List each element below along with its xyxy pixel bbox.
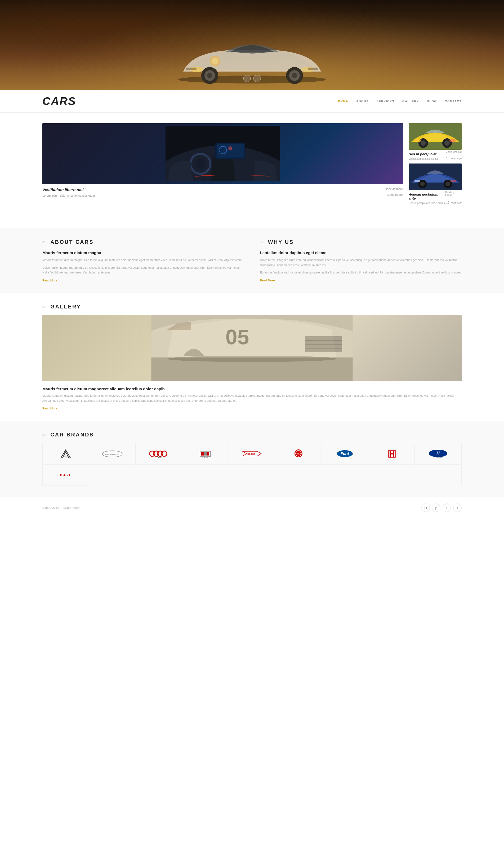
svg-rect-17 <box>217 144 244 157</box>
about-subtitle: Mauris fermeum dictum magna <box>42 250 244 255</box>
brand-audi[interactable]: Audi <box>136 443 182 464</box>
featured-section: Vestibulum libero nisl Hank Johnson Lore… <box>0 112 504 228</box>
brands-section: 03 CAR BRANDS ASTON MARTIN Audi <box>0 421 504 497</box>
side-card-2-caption: Aenean necbulum ante Bradley Grosh Sed u… <box>409 191 462 205</box>
audi-logo: Audi <box>148 449 169 458</box>
brand-cadillac[interactable]: Cadillac <box>182 443 229 464</box>
side-card-1-time: 13 hours ago <box>446 157 462 160</box>
svg-text:ASTON MARTIN: ASTON MARTIN <box>105 453 120 455</box>
nav-home[interactable]: HOME <box>338 99 348 103</box>
featured-main-caption: Vestibulum libero nisl Hank Johnson Lore… <box>42 187 403 197</box>
brand-fiat[interactable]: FIAT <box>275 443 322 464</box>
svg-point-15 <box>196 159 205 169</box>
social-pinterest[interactable]: p <box>432 504 440 512</box>
why-us-num: 02 <box>260 241 265 244</box>
svg-point-19 <box>228 146 232 150</box>
svg-text:Audi: Audi <box>157 456 161 458</box>
hero-prev-button[interactable]: ‹ <box>244 75 251 82</box>
hero-banner: ‹ › <box>0 0 504 90</box>
side-card-1-image[interactable] <box>409 123 462 150</box>
yellow-car-svg <box>409 123 462 150</box>
car-interior-svg <box>60 126 385 181</box>
featured-grid: Vestibulum libero nisl Hank Johnson Lore… <box>42 123 462 205</box>
gallery-read-more[interactable]: Read More <box>42 407 57 410</box>
brand-ford[interactable]: Ford <box>322 443 368 464</box>
site-logo: CARS <box>42 95 76 108</box>
why-us-read-more[interactable]: Read More <box>260 279 275 282</box>
nav-about[interactable]: ABOUT <box>356 100 369 103</box>
svg-point-28 <box>415 139 421 142</box>
featured-main-post: Vestibulum libero nisl Hank Johnson Lore… <box>42 123 403 205</box>
main-navigation: HOME ABOUT SERVICES GALLERY BLOG CONTACT <box>338 99 462 103</box>
social-facebook[interactable]: f <box>453 504 462 512</box>
social-twitter[interactable]: t <box>443 504 451 512</box>
side-card-2-desc: Sed ut perspiciatis unde omnis <box>409 202 445 205</box>
gallery-section: 02 GALLERY 05 Mauris fermeum di <box>0 293 504 421</box>
pinterest-icon: p <box>435 506 437 510</box>
nav-services[interactable]: SERVICES <box>377 100 394 103</box>
svg-text:Ford: Ford <box>341 452 349 456</box>
svg-text:DODGE: DODGE <box>247 453 255 455</box>
side-card-2-time-row: Sed ut perspiciatis unde omnis 13 hours … <box>409 201 462 205</box>
side-card-1-meta: Sed ut perspiciat John McCold <box>409 151 462 156</box>
side-card-2-author: Bradley Grosh <box>445 191 462 200</box>
featured-main-meta: Vestibulum libero nisl Hank Johnson <box>42 187 403 192</box>
side-card-1-author: John McCold <box>446 151 462 156</box>
svg-point-27 <box>445 140 450 146</box>
nav-blog[interactable]: BLOG <box>427 100 437 103</box>
svg-rect-55 <box>204 452 206 456</box>
about-read-more[interactable]: Read More <box>42 279 57 282</box>
about-title: ABOUT CARS <box>50 239 93 245</box>
svg-rect-56 <box>206 452 209 456</box>
why-us-body1: Dulce turpis, Integer rutrum ante eu lac… <box>260 258 462 267</box>
fiat-logo: FIAT <box>292 449 305 459</box>
brand-dodge[interactable]: DODGE <box>229 443 275 464</box>
featured-main-title: Vestibulum libero nisl <box>42 187 84 192</box>
side-card-1-caption: Sed ut perspiciat John McCold Vestibulum… <box>409 151 462 160</box>
svg-text:Cadillac: Cadillac <box>203 457 208 458</box>
about-section: 01 ABOUT CARS Mauris fermeum dictum magn… <box>0 228 504 293</box>
why-us-subtitle: Leotellus dolor dapibus eget eleme <box>260 250 462 255</box>
side-card-1-desc: Vestibulum iaculis lacinia <box>409 157 438 160</box>
svg-text:H: H <box>436 451 440 456</box>
about-num: 01 <box>42 241 48 244</box>
svg-rect-54 <box>201 452 204 456</box>
nav-contact[interactable]: CONTACT <box>445 100 462 103</box>
featured-main-time: 13 hours ago <box>386 193 403 197</box>
hero-navigation: ‹ › <box>244 75 261 82</box>
social-google-plus[interactable]: g+ <box>421 504 430 512</box>
svg-point-51 <box>162 451 167 456</box>
featured-main-image[interactable] <box>42 123 403 184</box>
featured-main-time-row: Lorem ipsum dolor sit amet consectetuer … <box>42 193 403 197</box>
brand-isuzu[interactable]: ISUZU <box>43 464 89 486</box>
svg-point-25 <box>420 140 426 146</box>
side-card-2-image[interactable] <box>409 163 462 190</box>
side-card-2-time: 13 hours ago <box>446 201 462 205</box>
acura-logo <box>58 449 74 459</box>
dodge-logo: DODGE <box>241 449 263 458</box>
brand-honda[interactable] <box>368 443 415 464</box>
brands-num: 03 <box>42 433 48 437</box>
svg-point-32 <box>420 181 425 186</box>
brand-hyundai[interactable]: H HYUNDAI <box>415 443 461 464</box>
hero-section: ‹ › <box>0 0 504 90</box>
svg-text:05: 05 <box>226 325 249 349</box>
why-us-title: WHY US <box>268 239 294 245</box>
cadillac-logo: Cadillac <box>196 449 215 458</box>
aston-martin-logo: ASTON MARTIN <box>102 450 123 458</box>
why-us-body2: Eprinis in faucibus orci luctus et trice… <box>260 270 462 275</box>
gallery-main-image[interactable]: 05 <box>42 315 462 381</box>
brand-aston-martin[interactable]: ASTON MARTIN <box>89 443 136 464</box>
gallery-title: GALLERY <box>50 304 81 310</box>
brands-title: CAR BRANDS <box>50 432 94 438</box>
side-card-1: Sed ut perspiciat John McCold Vestibulum… <box>409 123 462 160</box>
gallery-caption: Mauris fermeum dictum magnoreet aliquam … <box>42 387 462 410</box>
about-body2: Dulce turpis, Integer rutrum ante eu lac… <box>42 265 244 275</box>
brand-acura[interactable] <box>43 443 89 464</box>
svg-point-35 <box>414 180 420 182</box>
side-card-1-time-row: Vestibulum iaculis lacinia 13 hours ago <box>409 157 462 160</box>
hero-next-button[interactable]: › <box>253 75 261 82</box>
gallery-caption-body: Mauris fermeum dictum magna. Sed lorem a… <box>42 393 462 403</box>
nav-gallery[interactable]: GALLERY <box>402 100 419 103</box>
footer-copyright: Cars © 2014 • Privacy Policy <box>42 506 79 509</box>
